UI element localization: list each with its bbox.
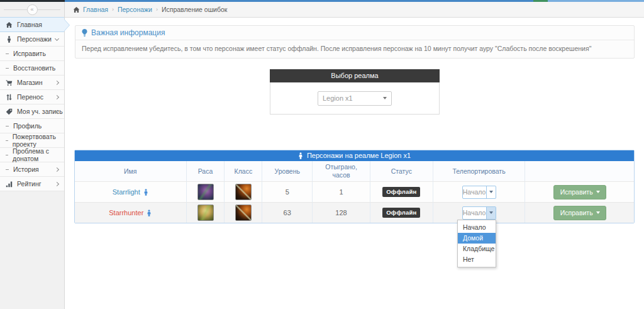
important-info-text: Перед исправлением убедитесь, в том что … <box>75 40 634 58</box>
chevron-down-icon <box>489 211 493 214</box>
important-info-panel: Важная информация Перед исправлением убе… <box>75 25 635 59</box>
class-cell <box>225 182 262 202</box>
characters-table-title: Персонажи на реалме Legion x1 <box>307 152 411 160</box>
sidebar-item-label: Персонажи <box>17 35 52 43</box>
caret-down-icon <box>596 191 600 193</box>
breadcrumb-link-personazhi[interactable]: Персонажи <box>118 6 152 13</box>
sidebar-collapse-button[interactable]: « <box>0 2 64 17</box>
sidebar: « Главная Персонажи Исправить <box>0 2 65 309</box>
realm-select[interactable]: Legion x1 <box>318 91 392 106</box>
sidebar-item-ispravit[interactable]: Исправить <box>0 47 64 61</box>
sidebar-item-istoriya[interactable]: История <box>0 162 64 177</box>
character-name-link[interactable]: Starrlight <box>113 188 148 196</box>
lightbulb-icon <box>82 29 87 37</box>
home-icon <box>5 21 13 28</box>
person-icon <box>147 210 152 216</box>
sidebar-item-label: Профиль <box>13 122 42 130</box>
character-name-link[interactable]: Starrhunter <box>109 209 152 216</box>
important-info-header: Важная информация <box>75 26 634 40</box>
sidebar-item-profil[interactable]: Профиль <box>0 119 64 133</box>
sidebar-item-label: История <box>13 166 39 173</box>
race-cell <box>187 203 225 223</box>
sidebar-item-label: Пожертвовать проекту <box>13 133 64 148</box>
realm-panel-body: Legion x1 <box>270 82 440 115</box>
sidebar-item-personazhi[interactable]: Персонажи <box>0 32 64 47</box>
active-item-arrow-fill <box>64 20 69 31</box>
chevron-down-icon <box>55 37 59 41</box>
tag-icon <box>5 108 13 115</box>
night-elf-race-icon <box>197 184 214 200</box>
status-badge: Оффлайн <box>382 187 420 197</box>
class-cell <box>225 203 262 223</box>
submenu-dash-icon <box>6 68 9 69</box>
sidebar-item-moya-uch-zapis[interactable]: Моя уч. запись <box>0 104 64 119</box>
fix-button-label: Исправить <box>560 188 593 196</box>
sidebar-item-label: Исправить <box>13 50 46 57</box>
caret-down-icon <box>596 211 600 214</box>
sidebar-item-label: Проблема с донатом <box>13 147 64 162</box>
fix-button-label: Исправить <box>560 209 593 216</box>
column-header-level: Уровень <box>262 161 313 181</box>
action-cell: Исправить <box>525 182 634 202</box>
teleport-select-caret[interactable] <box>486 186 496 198</box>
home-icon <box>73 6 80 13</box>
status-cell: Оффлайн <box>370 203 433 223</box>
column-header-actions <box>525 161 634 181</box>
sidebar-item-problema-s-donatom[interactable]: Проблема с донатом <box>0 148 64 162</box>
sidebar-item-label: Перенос <box>17 93 43 101</box>
played-hours-cell: 1 <box>313 182 370 202</box>
app-window: « Главная Персонажи Исправить <box>0 0 644 309</box>
sidebar-item-reyting[interactable]: Рейтинг <box>0 177 64 191</box>
teleport-select-caret[interactable] <box>486 207 496 219</box>
submenu-dash-icon <box>6 126 9 126</box>
dropdown-option-nachalo[interactable]: Начало <box>458 222 496 233</box>
chevron-down-icon <box>489 191 493 193</box>
dropdown-option-net[interactable]: Нет <box>458 254 496 265</box>
column-header-status: Статус <box>370 161 433 181</box>
sidebar-menu: Главная Персонажи Исправить Восстановить <box>0 17 64 191</box>
teleport-select-value: Начало <box>463 186 486 198</box>
teleport-select-value: Начало <box>463 207 486 219</box>
dropdown-option-kladbishche[interactable]: Кладбище <box>458 244 496 254</box>
race-cell <box>187 182 225 202</box>
sidebar-item-perenos[interactable]: Перенос <box>0 90 64 104</box>
status-cell: Оффлайн <box>370 182 433 202</box>
realm-selection-panel: Выбор реалма Legion x1 <box>270 69 440 115</box>
submenu-dash-icon <box>6 53 9 54</box>
column-header-race: Раса <box>187 161 225 181</box>
sidebar-item-glavnaya[interactable]: Главная <box>0 17 64 32</box>
chevron-right-icon <box>55 181 59 186</box>
realm-select-value: Legion x1 <box>323 94 353 102</box>
action-cell: Исправить <box>525 203 634 223</box>
submenu-dash-icon <box>6 155 8 155</box>
teleport-cell: Начало <box>433 182 526 202</box>
collapse-chevrons-icon[interactable]: « <box>27 4 38 15</box>
teleport-dropdown-menu: Начало Домой Кладбище Нет <box>457 220 496 267</box>
sidebar-item-label: Восстановить <box>13 64 55 72</box>
submenu-dash-icon <box>6 169 9 170</box>
sidebar-item-pozhertvovat[interactable]: Пожертвовать проекту <box>0 133 64 148</box>
hunter-class-icon <box>235 184 252 200</box>
sidebar-item-label: Рейтинг <box>17 180 42 188</box>
table-row: Starrlight 5 1 Оффлайн Начало <box>75 181 634 202</box>
breadcrumb-link-glavnaya[interactable]: Главная <box>83 6 108 13</box>
submenu-dash-icon <box>6 140 8 141</box>
sidebar-item-magazin[interactable]: Магазин <box>0 76 64 90</box>
fix-button[interactable]: Исправить <box>553 185 606 199</box>
column-header-name: Имя <box>75 161 187 181</box>
character-name-cell: Starrlight <box>75 182 187 202</box>
dropdown-option-domoy-highlighted[interactable]: Домой <box>458 233 496 244</box>
teleport-select-open[interactable]: Начало <box>462 206 496 220</box>
chevron-down-icon <box>383 97 387 99</box>
column-header-teleport: Телепортировать <box>433 161 526 181</box>
teleport-select[interactable]: Начало <box>462 186 496 199</box>
sidebar-item-vosstanovit[interactable]: Восстановить <box>0 61 64 76</box>
breadcrumb-separator: › <box>112 6 114 13</box>
character-name: Starrhunter <box>109 209 143 216</box>
level-cell: 63 <box>262 203 313 223</box>
sidebar-item-label: Главная <box>17 21 42 28</box>
important-info-title: Важная информация <box>91 28 165 37</box>
fix-button[interactable]: Исправить <box>553 206 606 220</box>
person-icon <box>298 152 303 159</box>
breadcrumb-separator: › <box>156 6 158 13</box>
